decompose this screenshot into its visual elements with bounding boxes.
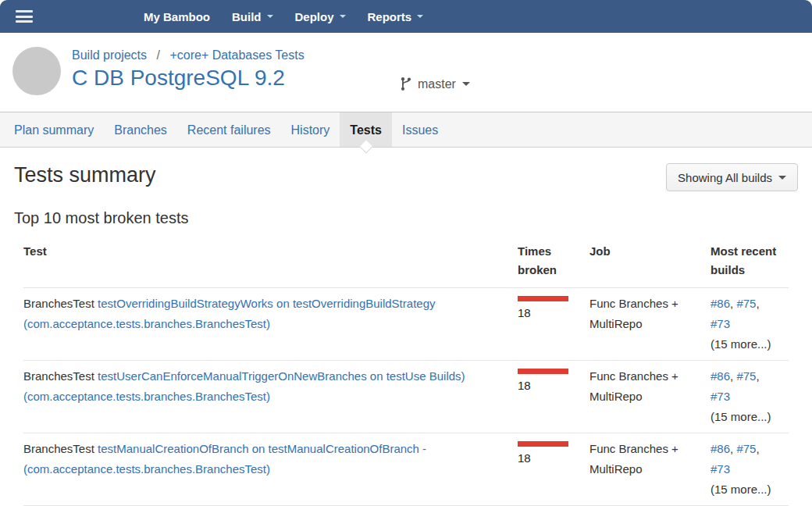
more-builds-link[interactable]: (15 more...) <box>710 407 779 427</box>
chevron-down-icon <box>778 176 786 180</box>
build-link[interactable]: #86 <box>710 369 730 383</box>
broken-frequency-bar <box>518 441 568 447</box>
tab-issues[interactable]: Issues <box>392 112 448 147</box>
nav-item-label: Deploy <box>295 10 334 23</box>
job-cell: Func Branches + MultiRepo <box>589 433 710 506</box>
table-header-row: Test Times broken Job Most recent builds <box>23 236 789 288</box>
breadcrumb-link-project[interactable]: +core+ Databases Tests <box>169 48 304 62</box>
more-builds-link[interactable]: (15 more...) <box>710 479 779 500</box>
tab-history[interactable]: History <box>281 112 340 147</box>
broken-tests-table: Test Times broken Job Most recent builds… <box>23 236 789 506</box>
build-link[interactable]: #73 <box>710 390 730 403</box>
job-cell: Func Branches + MultiRepo <box>589 288 710 361</box>
table-row: BranchesTest testUserCanEnforceManualTri… <box>23 361 789 433</box>
recent-builds-cell: #86, #75, #73 (15 more...) <box>710 288 789 361</box>
build-link[interactable]: #73 <box>710 317 730 330</box>
tab-tests[interactable]: Tests <box>340 112 392 147</box>
main-content: Tests summary Showing All builds Top 10 … <box>0 163 812 506</box>
tab-recent-failures[interactable]: Recent failures <box>177 112 281 147</box>
recent-builds-cell: #86, #75, #73 (15 more...) <box>710 433 789 506</box>
build-link[interactable]: #86 <box>710 442 730 455</box>
chevron-down-icon <box>417 15 423 18</box>
nav-item-deploy[interactable]: Deploy <box>284 0 357 33</box>
nav-item-label: Reports <box>368 10 412 23</box>
breadcrumb-link-build-projects[interactable]: Build projects <box>72 48 147 62</box>
times-broken-cell: 18 <box>518 361 589 433</box>
top-navbar: My Bamboo Build Deploy Reports <box>0 0 812 33</box>
broken-frequency-bar <box>518 369 568 374</box>
chevron-down-icon <box>267 15 273 18</box>
showing-builds-filter-button[interactable]: Showing All builds <box>666 163 798 191</box>
active-tab-notch <box>359 141 372 154</box>
table-row: BranchesTest testManualCreationOfBranch … <box>23 433 789 506</box>
section-title: Top 10 most broken tests <box>14 209 798 227</box>
times-broken-value: 18 <box>518 303 580 323</box>
plan-tab-bar: Plan summary Branches Recent failures Hi… <box>0 112 812 148</box>
broken-frequency-bar <box>518 296 568 301</box>
more-builds-link[interactable]: (15 more...) <box>710 334 779 355</box>
test-cell: BranchesTest testUserCanEnforceManualTri… <box>23 361 518 433</box>
column-header-test: Test <box>23 236 518 288</box>
column-header-job: Job <box>589 236 710 288</box>
recent-builds-cell: #86, #75, #73 (15 more...) <box>710 361 789 433</box>
tab-tests-label: Tests <box>350 123 382 137</box>
tab-branches[interactable]: Branches <box>104 112 177 147</box>
tab-plan-summary[interactable]: Plan summary <box>4 112 104 147</box>
column-header-most-recent-builds: Most recent builds <box>710 236 789 288</box>
test-class-prefix: BranchesTest <box>23 442 94 455</box>
git-branch-icon <box>400 77 412 91</box>
build-link[interactable]: #86 <box>710 297 730 310</box>
build-link[interactable]: #75 <box>736 297 756 310</box>
test-cell: BranchesTest testManualCreationOfBranch … <box>23 433 518 506</box>
filter-button-label: Showing All builds <box>678 171 772 184</box>
nav-links: My Bamboo Build Deploy Reports <box>133 0 434 33</box>
chevron-down-icon <box>340 15 346 18</box>
times-broken-cell: 18 <box>518 288 589 361</box>
nav-item-my-bamboo[interactable]: My Bamboo <box>133 0 221 33</box>
bamboo-window: My Bamboo Build Deploy Reports Build pro… <box>0 0 812 506</box>
times-broken-value: 18 <box>518 448 580 469</box>
breadcrumb-separator: / <box>157 48 160 62</box>
test-class-prefix: BranchesTest <box>23 369 94 383</box>
plan-avatar <box>12 47 61 95</box>
branch-name: master <box>418 77 456 91</box>
column-header-times-broken: Times broken <box>518 236 589 288</box>
page-title: Tests summary <box>14 163 156 187</box>
plan-header: Build projects / +core+ Databases Tests … <box>0 33 812 112</box>
build-link-separator: , <box>756 297 759 310</box>
nav-item-build[interactable]: Build <box>221 0 284 33</box>
nav-item-reports[interactable]: Reports <box>357 0 435 33</box>
chevron-down-icon <box>462 82 470 86</box>
build-link[interactable]: #73 <box>710 462 730 476</box>
nav-item-label: Build <box>232 10 262 23</box>
build-link-separator: , <box>756 442 759 455</box>
branch-selector[interactable]: master <box>400 77 470 91</box>
job-cell: Func Branches + MultiRepo <box>589 361 710 433</box>
build-link-separator: , <box>756 369 759 383</box>
build-link[interactable]: #75 <box>736 442 756 455</box>
menu-icon[interactable] <box>16 10 33 23</box>
table-row: BranchesTest testOverridingBuildStrategy… <box>23 288 789 361</box>
times-broken-value: 18 <box>518 376 580 396</box>
breadcrumb: Build projects / +core+ Databases Tests <box>72 48 812 62</box>
test-class-prefix: BranchesTest <box>23 297 94 310</box>
times-broken-cell: 18 <box>518 433 589 506</box>
test-cell: BranchesTest testOverridingBuildStrategy… <box>23 288 518 361</box>
nav-item-label: My Bamboo <box>144 10 210 23</box>
build-link[interactable]: #75 <box>736 369 756 383</box>
